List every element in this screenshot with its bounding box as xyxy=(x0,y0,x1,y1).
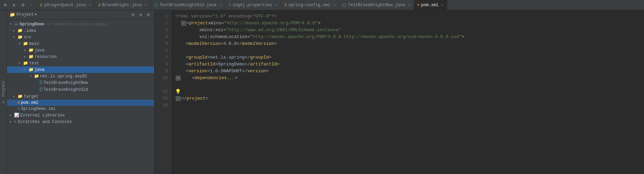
ext-libs-icon: 📊 xyxy=(14,113,19,118)
project-folder-icon: 🗂 xyxy=(14,22,19,27)
project-dropdown[interactable]: Project ▼ xyxy=(16,12,37,17)
tab-close-icon[interactable]: ✕ xyxy=(145,3,147,7)
project-panel-label[interactable]: 1: Project xyxy=(0,10,7,174)
tree-item-java-main[interactable]: 📁 java xyxy=(7,47,154,53)
tree-item-label: java xyxy=(35,48,45,53)
tree-item-label: .idea xyxy=(24,28,36,33)
tree-item-label: External Libraries xyxy=(20,113,65,118)
tree-item-main[interactable]: 📁 main xyxy=(7,40,154,47)
props-icon: ≡ xyxy=(229,3,231,7)
tab-testbraveknightnew[interactable]: ⬡ TestBraveKnightNew.java ✕ xyxy=(339,0,414,10)
tree-arrow-icon xyxy=(10,120,13,124)
tree-arrow-icon xyxy=(19,42,22,46)
tree-item-testbraveknightnew[interactable]: © TestBraveKnightNew xyxy=(7,79,154,86)
tree-item-net-pkg[interactable]: 📁 net.ls.spring.day01 xyxy=(7,73,154,79)
fold-icon[interactable]: - xyxy=(176,96,181,101)
tab-braveknight[interactable]: J BraveKnight.java ✕ xyxy=(95,0,151,10)
tab-springconfig[interactable]: X spring-config.xml ✕ xyxy=(281,0,339,10)
project-sidebar: 📁 Project ▼ ⊕ ⇅ ⚙ 🗂 SpringDemo D:\IdeaPr… xyxy=(7,10,154,174)
tab-label: yDragonQuest.java xyxy=(44,3,85,8)
java-icon: J xyxy=(98,3,101,7)
code-editor[interactable]: <?xml version="1.0" encoding="UTF-8"?> -… xyxy=(171,10,644,174)
folder-icon: 📁 xyxy=(28,48,34,53)
tree-item-src[interactable]: 📁 src xyxy=(7,34,154,40)
tree-item-test[interactable]: 📁 test xyxy=(7,60,154,66)
tab-close-icon[interactable]: ✕ xyxy=(275,3,277,7)
tab-label: BraveKnight.java xyxy=(102,3,141,8)
folder-icon: 📁 xyxy=(34,74,39,79)
settings-sidebar-icon[interactable]: ⚙ xyxy=(145,12,151,18)
tree-arrow-icon xyxy=(13,95,16,98)
tree-arrow-icon xyxy=(24,48,27,52)
lightbulb-icon: 💡 xyxy=(175,88,181,95)
dropdown-arrow-icon: ▼ xyxy=(35,13,36,16)
tree-item-label: test xyxy=(29,61,39,66)
tab-label: TestBraveKnightOld.java xyxy=(160,3,217,8)
tree-arrow-icon xyxy=(24,68,27,72)
class-icon: © xyxy=(39,87,42,92)
folder-icon: 📁 xyxy=(23,41,28,46)
folder-icon: 📁 xyxy=(28,67,34,72)
tree-item-springdemo-iml[interactable]: ≡ SpringDemo.iml xyxy=(7,106,154,112)
tree-item-label: target xyxy=(24,94,38,99)
fold-icon[interactable]: - xyxy=(181,21,186,26)
project-icon: 📁 xyxy=(10,12,15,17)
scratches-icon: ✎ xyxy=(14,119,16,124)
line-numbers: 1 2 3 4 5 6 7 8 9 10 51 52 53 xyxy=(154,10,171,174)
folder-icon: 📁 xyxy=(18,35,23,40)
tab-testbraveknightold[interactable]: ⬡ TestBraveKnightOld.java ✕ xyxy=(151,0,226,10)
tree-arrow-icon xyxy=(10,23,13,26)
project-label: Project xyxy=(16,12,34,17)
tab-pomxml[interactable]: m pom.xml ✕ xyxy=(414,0,447,10)
tab-label: spring-config.xml xyxy=(288,3,330,8)
tab-close-icon[interactable]: ✕ xyxy=(219,3,221,7)
tree-item-springdemo[interactable]: 🗂 SpringDemo D:\IdeaProjects\SpringDemo xyxy=(7,21,154,27)
tabs-container: J yDragonQuest.java ✕ J BraveKnight.java… xyxy=(36,0,644,10)
tree-item-pom[interactable]: m pom.xml xyxy=(7,100,154,106)
tree-item-java-test[interactable]: 📁 java xyxy=(7,66,154,73)
new-file-sidebar-icon[interactable]: ⊕ xyxy=(130,12,136,18)
xml-icon: X xyxy=(285,3,287,7)
folder-icon: 📁 xyxy=(18,28,23,33)
sync-icon[interactable]: ⇅ xyxy=(138,12,144,18)
xml-file-icon: m xyxy=(18,100,20,105)
tree-arrow-icon xyxy=(30,75,33,78)
editor-content[interactable]: 1 2 3 4 5 6 7 8 9 10 51 52 53 <?xml vers… xyxy=(154,10,644,174)
tree-item-label: pom.xml xyxy=(21,100,38,105)
project-path: D:\IdeaProjects\SpringDemo xyxy=(47,22,106,26)
tree-item-label: Scratches and Consoles xyxy=(18,120,72,124)
tree-item-scratches[interactable]: ✎ Scratches and Consoles xyxy=(7,119,154,125)
tree-arrow-icon xyxy=(10,113,13,117)
tab-close-icon[interactable]: ✕ xyxy=(441,3,444,7)
tree-item-label: resources xyxy=(35,54,57,59)
folder-icon: 📁 xyxy=(28,54,34,59)
tree-item-testbraveknightold[interactable]: © TestBraveKnightOld xyxy=(7,86,154,93)
tree-item-label: SpringDemo.iml xyxy=(21,107,56,111)
tree-item-target[interactable]: 📁 target xyxy=(7,93,154,100)
fold-icon[interactable]: + xyxy=(176,76,181,80)
tab-log4j[interactable]: ≡ log4j.properties ✕ xyxy=(225,0,281,10)
tree-item-label: main xyxy=(29,41,39,46)
new-file-icon[interactable]: ⊕ xyxy=(1,1,9,9)
tree-item-resources[interactable]: 📁 resources xyxy=(7,53,154,60)
java-icon: J xyxy=(40,3,42,7)
tab-label: TestBraveKnightNew.java xyxy=(348,3,405,8)
tab-close-icon[interactable]: ✕ xyxy=(89,3,91,7)
tab-ydragonquest[interactable]: J yDragonQuest.java ✕ xyxy=(36,0,95,10)
tab-bar-left: ⊕ ⇅ ⚙ – xyxy=(1,1,36,9)
right-panel: 1 2 3 4 5 6 7 8 9 10 51 52 53 <?xml vers… xyxy=(154,10,644,174)
split-icon[interactable]: ⇅ xyxy=(10,1,18,9)
tree-item-label: src xyxy=(24,35,31,40)
tree-item-label: TestBraveKnightNew xyxy=(43,80,88,85)
tab-close-icon[interactable]: ✕ xyxy=(408,3,410,7)
folder-icon: 📁 xyxy=(18,94,23,99)
settings-icon[interactable]: ⚙ xyxy=(19,1,27,9)
sidebar-tree: 🗂 SpringDemo D:\IdeaProjects\SpringDemo … xyxy=(7,20,154,174)
tab-close-icon[interactable]: ✕ xyxy=(333,3,335,7)
tree-item-label: java xyxy=(35,67,45,72)
tree-item-external-libs[interactable]: 📊 External Libraries xyxy=(7,112,154,119)
tree-item-label: TestBraveKnightOld xyxy=(43,87,88,92)
tab-label: pom.xml xyxy=(421,3,438,8)
test-icon: ⬡ xyxy=(154,2,158,8)
tree-item-idea[interactable]: 📁 .idea xyxy=(7,27,154,34)
